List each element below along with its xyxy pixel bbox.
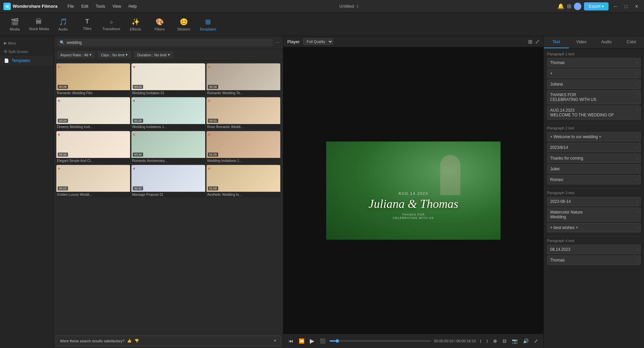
left-panel: ▶ Mine ⊞ Split Screen 📄 Templates bbox=[0, 36, 54, 348]
fullscreen-icon[interactable]: ⤢ bbox=[535, 39, 539, 45]
para1-field-plus[interactable]: + › bbox=[547, 69, 641, 78]
template-fav-t4[interactable]: ♥ bbox=[58, 99, 60, 103]
field-arrow-icon6: › bbox=[637, 135, 638, 139]
clips-filter[interactable]: Clips : No limit ▾ bbox=[98, 51, 131, 58]
para3-field-date[interactable]: 2023-08-14 › bbox=[547, 197, 641, 206]
search-input[interactable] bbox=[67, 40, 270, 45]
minimize-button[interactable]: ─ bbox=[611, 2, 619, 10]
tool-effects-label: Effects bbox=[130, 27, 141, 31]
search-input-wrap[interactable]: 🔍 bbox=[57, 39, 273, 46]
tool-effects[interactable]: ✨ Effects bbox=[124, 15, 147, 34]
tab-audio[interactable]: Audio bbox=[594, 36, 619, 48]
template-item-t3[interactable]: ♥ 00:16 Romantic Wedding Te... bbox=[207, 63, 280, 96]
player-timeline-bar[interactable] bbox=[330, 340, 431, 342]
para2-field-welcome[interactable]: + Welcome to our wedding + › bbox=[547, 132, 641, 141]
tool-media[interactable]: 🎬 Media bbox=[3, 15, 26, 34]
para1-field-date-welcome[interactable]: AUG.14.2023WELCOME TO THE WEDDING OF › bbox=[547, 106, 641, 120]
tool-stock-media[interactable]: 🏛 Stock Media bbox=[27, 15, 50, 34]
menu-edit[interactable]: Edit bbox=[78, 3, 92, 10]
export-button[interactable]: Export ▾ bbox=[584, 2, 608, 10]
menu-help[interactable]: Help bbox=[125, 3, 140, 10]
template-label-t4: Dreamy Wedding Invit... bbox=[56, 124, 130, 130]
thumbs-down-icon[interactable]: 👎 bbox=[134, 339, 139, 343]
quality-select[interactable]: Full Quality 1/2 Quality 1/4 Quality bbox=[303, 38, 333, 45]
expand-button[interactable]: ⤢ bbox=[533, 338, 539, 344]
satisfaction-close-icon[interactable]: ✕ bbox=[274, 339, 277, 343]
template-fav-t2[interactable]: ♥ bbox=[133, 65, 135, 69]
template-fav-t6[interactable]: ♥ bbox=[208, 99, 210, 103]
left-section-split[interactable]: ⊞ Split Screen bbox=[0, 47, 53, 56]
grid-view-icon[interactable]: ⊞ bbox=[528, 39, 532, 45]
para2-field-romeo[interactable]: Romeo › bbox=[547, 175, 641, 184]
template-item-t7[interactable]: ♥ 00:32 Elegant Simple And Cl... bbox=[56, 131, 130, 164]
menu-view[interactable]: View bbox=[109, 3, 124, 10]
tool-filters[interactable]: 🎨 Filters bbox=[148, 15, 171, 34]
menu-file[interactable]: File bbox=[64, 3, 77, 10]
tool-transitions[interactable]: ⬦ Transitions bbox=[100, 15, 123, 34]
tool-audio[interactable]: 🎵 Audio bbox=[52, 15, 74, 34]
para2-field-date[interactable]: 2023/8/14 › bbox=[547, 143, 641, 152]
close-button[interactable]: ✕ bbox=[633, 2, 641, 10]
para1-field-thanks[interactable]: THANKS FORCELEBRATING WITH US › bbox=[547, 90, 641, 104]
template-fav-t5[interactable]: ♥ bbox=[133, 99, 135, 103]
tool-stickers[interactable]: 😊 Stickers bbox=[172, 15, 195, 34]
tab-text[interactable]: Text bbox=[544, 36, 569, 48]
template-fav-t10[interactable]: ♥ bbox=[58, 166, 60, 171]
template-fav-t9[interactable]: ♥ bbox=[208, 132, 210, 137]
template-item-t2[interactable]: ♥ 00:24 Wedding Invitation 01 bbox=[131, 63, 205, 96]
para1-field-juliana[interactable]: Juliana › bbox=[547, 79, 641, 89]
tab-color[interactable]: Color bbox=[619, 36, 644, 48]
tab-video[interactable]: Video bbox=[569, 36, 594, 48]
para1-field-thomas[interactable]: Thomas › bbox=[547, 58, 641, 67]
para2-field-juliet[interactable]: Juliet › bbox=[547, 164, 641, 174]
para2-field-thanks[interactable]: Thanks for coming › bbox=[547, 154, 641, 163]
search-icon: 🔍 bbox=[60, 40, 65, 45]
tool-templates[interactable]: ⊞ Templates bbox=[196, 15, 219, 34]
template-item-t9[interactable]: ♥ 01:00 Wedding invitations J... bbox=[207, 131, 280, 164]
player-thumb[interactable] bbox=[336, 339, 339, 343]
mark-out-button[interactable]: } bbox=[485, 338, 489, 344]
template-item-t10[interactable]: ♥ 00:22 Golden Luxury Weddi... bbox=[56, 165, 130, 197]
template-fav-t3[interactable]: ♥ bbox=[208, 65, 210, 69]
template-item-t6[interactable]: ♥ 00:31 Rose Romantic Weddi... bbox=[207, 97, 280, 130]
template-fav-t11[interactable]: ♥ bbox=[133, 166, 135, 171]
template-item-t1[interactable]: ♥ 00:28 Romantic Wedding Film bbox=[56, 63, 130, 96]
duration-filter[interactable]: Duration : No limit ▾ bbox=[134, 51, 173, 58]
snapshot-button[interactable]: 📷 bbox=[511, 338, 519, 344]
frame-back-button[interactable]: ⏪ bbox=[297, 338, 306, 344]
template-fav-t8[interactable]: ♥ bbox=[133, 132, 135, 137]
thumbs-up-icon[interactable]: 👍 bbox=[127, 339, 132, 343]
template-item-t5[interactable]: ♥ 00:28 Wedding invitations J... bbox=[131, 97, 205, 130]
volume-button[interactable]: 🔊 bbox=[522, 338, 530, 344]
template-item-t4[interactable]: ♥ 00:24 Dreamy Wedding Invit... bbox=[56, 97, 130, 130]
avatar[interactable] bbox=[574, 3, 581, 10]
add-to-timeline-button[interactable]: ⊕ bbox=[492, 338, 499, 344]
maximize-button[interactable]: □ bbox=[622, 2, 630, 10]
template-item-t11[interactable]: ♥ 00:32 Marriage Propose 01 bbox=[131, 165, 205, 197]
more-options-icon[interactable]: ⋯ bbox=[276, 40, 280, 45]
split-view-button[interactable]: ⊟ bbox=[501, 338, 508, 344]
template-fav-t1[interactable]: ♥ bbox=[58, 65, 60, 69]
aspect-ratio-filter[interactable]: Aspect Ratio : All ▾ bbox=[57, 51, 95, 58]
skip-back-button[interactable]: ⏮ bbox=[287, 338, 295, 344]
field-arrow-icon2: › bbox=[637, 72, 638, 75]
para4-field-thomas[interactable]: Thomas › bbox=[547, 255, 641, 265]
template-fav-t12[interactable]: ♥ bbox=[208, 166, 210, 171]
template-label-t5: Wedding invitations J... bbox=[131, 124, 205, 130]
menu-tools[interactable]: Tools bbox=[92, 3, 108, 10]
play-button[interactable]: ▶ bbox=[308, 337, 316, 345]
tool-titles[interactable]: T Titles bbox=[76, 15, 99, 34]
stop-button[interactable]: ⬛ bbox=[318, 338, 327, 344]
total-time: 00:00:16:10 bbox=[457, 339, 476, 343]
mark-in-button[interactable]: { bbox=[479, 338, 483, 344]
template-item-t12[interactable]: ♥ 01:00 Aesthetic Wedding In... bbox=[207, 165, 280, 197]
grid-icon[interactable]: ⊞ bbox=[567, 3, 571, 9]
template-fav-t7[interactable]: ♥ bbox=[58, 132, 60, 137]
para3-field-wishes[interactable]: + best wishes + › bbox=[547, 223, 641, 232]
template-item-t8[interactable]: ♥ 00:34 Romantic Anniversary... bbox=[131, 131, 205, 164]
wedding-subtitle2: CELEBRATING WITH US bbox=[333, 216, 494, 220]
para3-field-watercolor[interactable]: Watercolor NatureWedding › bbox=[547, 208, 641, 222]
notification-icon[interactable]: 🔔 bbox=[558, 3, 564, 9]
para4-field-date[interactable]: 08.14.2023 › bbox=[547, 245, 641, 254]
left-item-templates[interactable]: 📄 Templates bbox=[0, 56, 53, 66]
